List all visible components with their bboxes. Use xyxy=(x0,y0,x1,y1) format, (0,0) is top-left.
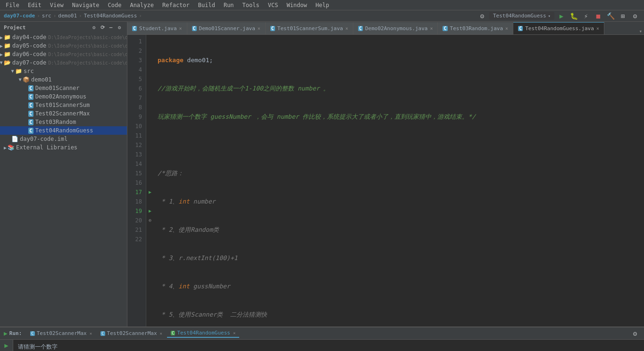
menu-bar: File Edit View Navigate Code Analyze Ref… xyxy=(0,0,644,10)
sidebar-item-Test03Random[interactable]: C Test03Random xyxy=(0,118,127,126)
sidebar-item-day04-code[interactable]: ▶ 📁 day04-code D:\IdeaProjects\basic-cod… xyxy=(0,33,127,41)
line-number: 21 xyxy=(131,225,142,235)
path-sep-1: › xyxy=(37,13,40,19)
path-src[interactable]: src xyxy=(42,13,51,19)
menu-run[interactable]: Run xyxy=(220,1,238,9)
fold-arrow-19-2[interactable]: ⊕ xyxy=(149,216,151,225)
run-tab-text: Test02ScannerMax xyxy=(37,330,87,336)
run-tab-Test02ScannerMax-2[interactable]: C Test02ScannerMax × xyxy=(97,329,166,337)
sidebar-collapse-btn[interactable]: — xyxy=(107,24,115,31)
menu-analyze[interactable]: Analyze xyxy=(126,1,158,9)
line-number: 2 xyxy=(131,46,142,56)
sidebar-item-Test02ScannerMax[interactable]: C Test02ScannerMax xyxy=(0,109,127,118)
run-play-btn[interactable]: ▶ xyxy=(2,342,11,350)
menu-code[interactable]: Code xyxy=(104,1,125,9)
tab-close-icon[interactable]: × xyxy=(345,26,348,31)
sidebar-item-iml[interactable]: 📄 day07-code.iml xyxy=(0,135,127,143)
run-config-selector[interactable]: Test04RandomGuess ▾ xyxy=(489,12,554,20)
tree-label: day04-code xyxy=(12,34,46,41)
sidebar-item-external-libraries[interactable]: ▶ 📚 External Libraries xyxy=(0,143,127,152)
sidebar-item-Test01ScannerSum[interactable]: C Test01ScannerSum xyxy=(0,101,127,109)
fold-arrow-19-1[interactable]: ▶ xyxy=(149,206,151,216)
sidebar-item-Test04RandomGuess[interactable]: C Test04RandomGuess xyxy=(0,126,127,135)
tab-close-icon[interactable]: × xyxy=(505,26,508,31)
code-line-8: * 3、r.nextInt(100)+1 xyxy=(158,253,640,263)
fold-arrow-17[interactable]: ▶ xyxy=(149,188,151,197)
path-file[interactable]: Test04RandomGuess xyxy=(84,13,137,19)
run-panel-settings-btn[interactable]: ⚙ xyxy=(630,328,640,339)
tree-label: day05-code xyxy=(12,42,46,49)
menu-view[interactable]: View xyxy=(46,1,67,9)
tab-close-icon[interactable]: × xyxy=(179,26,182,31)
tree-arrow-icon: ▶ xyxy=(0,43,3,49)
run-button[interactable]: ▶ xyxy=(556,11,567,21)
sidebar-gear-btn[interactable]: ⚙ xyxy=(116,24,123,31)
menu-vcs[interactable]: VCS xyxy=(264,1,282,9)
menu-navigate[interactable]: Navigate xyxy=(68,1,103,9)
run-tab-Test02ScannerMax-1[interactable]: C Test02ScannerMax × xyxy=(26,329,96,337)
tab-Demo02Anonymous[interactable]: C Demo02Anonymous.java × xyxy=(353,22,438,34)
tab-Student[interactable]: C Student.java × xyxy=(127,22,187,34)
tab-label: Test01ScannerSum.java xyxy=(277,25,343,32)
tab-Test01ScannerSum[interactable]: C Test01ScannerSum.java × xyxy=(266,22,353,34)
sidebar-item-demo01[interactable]: ▶ 📦 demo01 xyxy=(0,75,127,84)
path-bar: day07-code › src › demo01 › Test04Random… xyxy=(0,10,644,22)
sidebar-item-src[interactable]: ▶ 📁 src xyxy=(0,67,127,75)
coverage-button[interactable]: ⚡ xyxy=(581,11,591,21)
tab-close-icon[interactable]: × xyxy=(596,26,599,31)
settings-button[interactable]: ⚙ xyxy=(630,11,640,21)
build-button[interactable]: 🔨 xyxy=(605,11,616,21)
sidebar-sync-btn[interactable]: ⟳ xyxy=(99,24,106,31)
line-numbers: 1 2 3 4 5 6 7 8 9 10 11 12 13 14 15 16 1… xyxy=(127,35,146,327)
stop-button[interactable]: ■ xyxy=(593,11,603,21)
sidebar-item-day05-code[interactable]: ▶ 📁 day05-code D:\IdeaProjects\basic-cod… xyxy=(0,41,127,50)
menu-edit[interactable]: Edit xyxy=(24,1,45,9)
run-tab-icon: C xyxy=(171,331,175,335)
tab-java-icon: C xyxy=(192,26,197,31)
tab-java-icon: C xyxy=(518,26,523,31)
tab-Test04RandomGuess[interactable]: C Test04RandomGuess.java × xyxy=(513,22,604,34)
sidebar-settings-btn[interactable]: ⚙ xyxy=(90,24,98,31)
sidebar-item-day06-code[interactable]: ▶ 📁 day06-code D:\IdeaProjects\basic-cod… xyxy=(0,50,127,58)
run-tabs: ▶ Run: C Test02ScannerMax × C Test02Scan… xyxy=(0,327,644,340)
menu-file[interactable]: File xyxy=(2,1,23,9)
path-demo01[interactable]: demo01 xyxy=(58,13,77,19)
run-sidebar: ▶ ↓ ↑ ⇌ ⊜ 📌 ⬆ ⬇ xyxy=(0,340,13,351)
line-number: 14 xyxy=(131,159,142,169)
layout-button[interactable]: ⊞ xyxy=(618,11,628,21)
code-content[interactable]: package demo01; //游戏开始时，会随机生成一个1-100之间的整… xyxy=(154,35,644,327)
line-number: 8 xyxy=(131,103,142,112)
path-root[interactable]: day07-code xyxy=(4,13,35,19)
menu-refactor[interactable]: Refactor xyxy=(159,1,193,9)
run-tab-close-icon[interactable]: × xyxy=(90,331,92,336)
tab-overflow-btn[interactable]: ▾ xyxy=(639,28,642,34)
tab-label: Demo01Scanner.java xyxy=(199,25,255,32)
menu-window[interactable]: Window xyxy=(283,1,310,9)
sidebar-item-day07-code[interactable]: ▶ 📂 day07-code D:\IdeaProjects\basic-cod… xyxy=(0,58,127,67)
code-line-9: * 4、int gussNumber xyxy=(158,282,640,291)
run-content-area: ▶ ↓ ↑ ⇌ ⊜ 📌 ⬆ ⬇ 请猜测一个数字 40 猜大了 请猜测一个数字 3… xyxy=(0,340,644,351)
tab-java-icon: C xyxy=(132,26,137,31)
tab-close-icon[interactable]: × xyxy=(430,26,433,31)
code-editor[interactable]: 1 2 3 4 5 6 7 8 9 10 11 12 13 14 15 16 1… xyxy=(127,35,644,327)
menu-build[interactable]: Build xyxy=(194,1,219,9)
run-tab-close-icon[interactable]: × xyxy=(233,331,235,335)
bottom-panel: ▶ Run: C Test02ScannerMax × C Test02Scan… xyxy=(0,327,644,351)
sidebar-item-Demo01Scanner[interactable]: C Demo01Scanner xyxy=(0,84,127,92)
sidebar-item-Demo02Anonymous[interactable]: C Demo02Anonymous xyxy=(0,92,127,101)
debug-button[interactable]: 🐛 xyxy=(569,11,579,21)
menu-tools[interactable]: Tools xyxy=(239,1,263,9)
tree-label: demo01 xyxy=(31,76,51,83)
tab-close-icon[interactable]: × xyxy=(258,26,260,31)
tree-path: D:\IdeaProjects\basic-code\da xyxy=(48,52,127,57)
line-number: 20 xyxy=(131,216,142,225)
tree-label: Demo01Scanner xyxy=(35,85,80,91)
toolbar-search-btn[interactable]: ⚙ xyxy=(477,11,487,21)
run-tab-close-icon[interactable]: × xyxy=(160,331,162,336)
tab-Test03Random[interactable]: C Test03Random.java × xyxy=(438,22,513,34)
run-tab-Test04RandomGuess[interactable]: C Test04RandomGuess × xyxy=(167,329,239,338)
menu-help[interactable]: Help xyxy=(312,1,333,9)
tree-label: External Libraries xyxy=(16,144,77,151)
tab-Demo01Scanner[interactable]: C Demo01Scanner.java × xyxy=(187,22,266,34)
code-line-7: * 2、使用Random类 xyxy=(158,225,640,235)
